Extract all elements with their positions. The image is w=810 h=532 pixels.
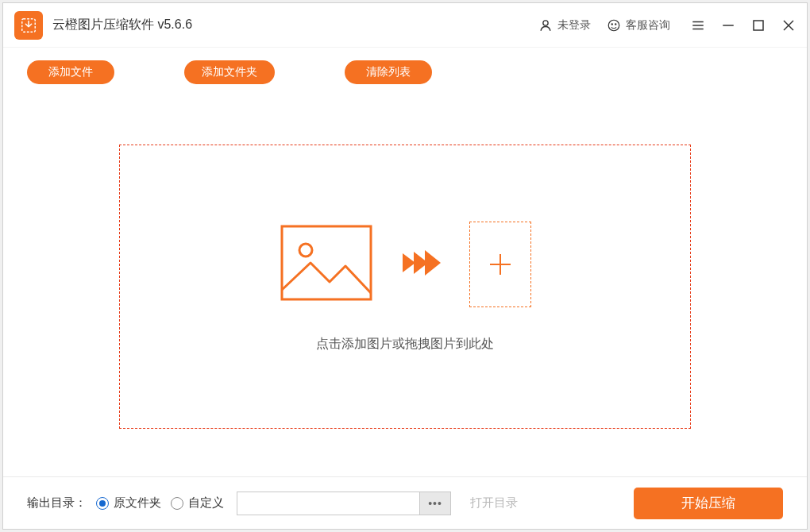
support-link[interactable]: 客服咨询 (607, 18, 670, 33)
svg-marker-14 (403, 253, 415, 272)
support-label: 客服咨询 (626, 18, 670, 33)
titlebar: 云橙图片压缩软件 v5.6.6 未登录 客服咨询 (3, 3, 807, 48)
dropzone-graphic (279, 222, 531, 307)
output-path-input[interactable] (237, 492, 419, 515)
browse-button[interactable]: ••• (419, 492, 451, 515)
hamburger-icon[interactable] (691, 18, 705, 33)
svg-rect-12 (282, 226, 371, 299)
add-file-button[interactable]: 添加文件 (27, 60, 114, 84)
smile-icon (607, 18, 621, 33)
radio-icon (171, 497, 183, 510)
dropzone[interactable]: 点击添加图片或拖拽图片到此处 (119, 145, 691, 429)
open-dir-link[interactable]: 打开目录 (470, 495, 518, 511)
dropzone-hint: 点击添加图片或拖拽图片到此处 (316, 336, 494, 353)
svg-rect-9 (754, 21, 763, 30)
radio-custom-label: 自定义 (188, 495, 224, 511)
svg-marker-16 (425, 250, 441, 276)
arrow-right-icon (403, 247, 441, 282)
close-button[interactable] (781, 18, 796, 33)
svg-point-4 (615, 23, 616, 24)
radio-icon (96, 497, 109, 510)
image-icon (279, 223, 374, 306)
plus-icon (488, 253, 512, 276)
login-label: 未登录 (557, 18, 591, 33)
clear-list-button[interactable]: 清除列表 (345, 60, 432, 84)
svg-point-13 (299, 244, 312, 256)
radio-original-folder[interactable]: 原文件夹 (96, 495, 161, 511)
radio-custom-folder[interactable]: 自定义 (171, 495, 224, 511)
start-compress-button[interactable]: 开始压缩 (634, 488, 783, 519)
footer: 输出目录： 原文件夹 自定义 ••• 打开目录 开始压缩 (3, 476, 807, 529)
toolbar: 添加文件 添加文件夹 清除列表 (3, 48, 807, 89)
add-target-box (469, 222, 531, 307)
window-controls (691, 18, 796, 33)
add-folder-button[interactable]: 添加文件夹 (184, 60, 275, 84)
maximize-button[interactable] (751, 18, 766, 33)
app-logo-icon (14, 11, 43, 40)
svg-point-1 (543, 20, 548, 25)
app-title: 云橙图片压缩软件 v5.6.6 (52, 17, 538, 33)
output-dir-label: 输出目录： (27, 495, 87, 511)
app-window: 云橙图片压缩软件 v5.6.6 未登录 客服咨询 (2, 2, 808, 530)
login-link[interactable]: 未登录 (538, 18, 591, 33)
radio-original-label: 原文件夹 (114, 495, 161, 511)
main-area: 点击添加图片或拖拽图片到此处 (3, 89, 807, 476)
user-icon (538, 18, 553, 33)
svg-point-3 (611, 23, 612, 24)
minimize-button[interactable] (721, 18, 735, 33)
titlebar-right: 未登录 客服咨询 (538, 18, 796, 33)
svg-point-2 (608, 20, 619, 31)
output-path-field: ••• (237, 492, 451, 515)
